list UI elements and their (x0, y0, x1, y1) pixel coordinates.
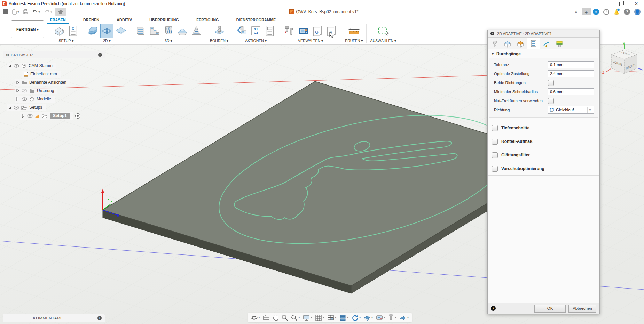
info-icon[interactable]: i (491, 306, 496, 311)
close-button[interactable]: × (629, 0, 644, 8)
ok-button[interactable]: OK (534, 305, 566, 313)
viewports-button[interactable]: ▼ (326, 314, 338, 322)
tool-display-button[interactable]: ▼ (387, 314, 398, 322)
toleranz-input[interactable] (548, 61, 594, 68)
section-rohteil-aufmass[interactable]: Rohteil-Aufmaß (488, 135, 599, 148)
visibility-off-icon[interactable] (22, 89, 27, 93)
job-status-icon[interactable] (603, 9, 609, 15)
add-comment-icon[interactable]: + (97, 316, 102, 320)
machine-display-button[interactable]: ▼ (375, 314, 387, 322)
save-icon[interactable] (22, 8, 30, 15)
post-library-button[interactable]: G (311, 24, 324, 38)
stock-display-button[interactable]: ▼ (363, 314, 375, 322)
group-label-3d[interactable]: 3D ▾ (165, 39, 172, 43)
expanded-arrow-icon[interactable] (8, 64, 11, 67)
comments-bar[interactable]: KOMMENTARE + (3, 314, 105, 322)
tab-dienstprogramme[interactable]: DIENSTPROGRAMME (236, 17, 277, 23)
restore-button[interactable] (613, 0, 629, 8)
collapsed-arrow-icon[interactable] (16, 80, 19, 84)
dialog-header[interactable]: − 2D ADAPTIVE : 2D ADAPTIVE1 (488, 30, 599, 38)
select-button[interactable] (377, 24, 390, 38)
group-label-2d[interactable]: 2D ▾ (103, 39, 111, 43)
swarf-display-button[interactable]: ▼ (398, 314, 410, 322)
look-at-button[interactable] (262, 314, 271, 322)
help-icon[interactable]: ? (624, 9, 630, 15)
zoom-button[interactable] (280, 314, 289, 322)
group-label-aktionen[interactable]: AKTIONEN ▾ (245, 39, 267, 43)
group-label-setup[interactable]: SETUP ▾ (58, 39, 73, 43)
redo-button[interactable]: ▼ (43, 8, 54, 15)
vorschuboptimierung-checkbox[interactable] (492, 166, 498, 172)
fit-button[interactable]: ▼ (290, 314, 301, 322)
orbit-button[interactable]: ▼ (250, 314, 261, 322)
tree-row-setups[interactable]: Setups (3, 103, 107, 112)
postprocess-button[interactable]: G1G2 (250, 24, 262, 38)
tab-fraesen[interactable]: FRÄSEN (49, 17, 66, 23)
tree-row-modelle[interactable]: Modelle (3, 95, 107, 103)
tree-row-ursprung[interactable]: Ursprung (3, 87, 107, 95)
tiefenschnitte-checkbox[interactable] (492, 125, 498, 131)
measure-button[interactable] (348, 24, 360, 38)
tree-row-cam-stamm[interactable]: CAM-Stamm (3, 62, 107, 70)
ai-assistant-icon[interactable]: ✦ (593, 9, 599, 15)
richtung-dropdown[interactable]: Gleichlauf ▼ (548, 106, 594, 114)
tab-geometry[interactable] (501, 39, 514, 49)
simulate-button[interactable] (236, 24, 248, 38)
nut-freiraeumen-checkbox[interactable] (548, 98, 554, 104)
tree-row-benannte-ansichten[interactable]: Benannte Ansichten (3, 78, 107, 87)
group-label-verwalten[interactable]: VERWALTEN ▾ (298, 39, 323, 43)
tab-heights[interactable] (514, 39, 527, 49)
group-label-pruefen[interactable]: PRÜFEN ▾ (345, 39, 363, 43)
undo-button[interactable]: ▼ (31, 8, 42, 15)
notifications-icon[interactable]: 🔔 (613, 9, 620, 15)
refresh-button[interactable]: ▼ (351, 314, 362, 322)
tab-fertigung[interactable]: FERTIGUNG (196, 17, 220, 23)
file-menu-button[interactable]: ▼ (11, 8, 21, 15)
new-tab-button[interactable]: + (582, 8, 591, 15)
2d-pocket-button-selected[interactable] (101, 24, 113, 38)
tab-additiv[interactable]: ADDITIV (116, 17, 133, 23)
3d-pocket-button[interactable] (134, 24, 147, 38)
document-close-icon[interactable]: × (575, 9, 578, 15)
visibility-eye-icon[interactable] (14, 106, 19, 110)
3d-scallop-button[interactable] (176, 24, 189, 38)
app-grid-icon[interactable] (2, 8, 10, 15)
3d-spiral-button[interactable] (190, 24, 203, 38)
viewcube[interactable]: OBEN VORNE RECHTS Y X Z (602, 42, 644, 86)
rohteil-aufmass-checkbox[interactable] (492, 139, 498, 145)
tab-tool[interactable] (488, 39, 501, 49)
minimize-button[interactable] (598, 0, 613, 8)
machine-library-button[interactable] (297, 24, 310, 38)
2d-contour-button[interactable] (115, 24, 127, 38)
2d-adaptive-button[interactable] (87, 24, 99, 38)
tab-linking[interactable] (540, 39, 553, 49)
section-tiefenschnitte[interactable]: Tiefenschnitte (488, 121, 599, 135)
visibility-eye-icon[interactable] (22, 97, 27, 101)
section-vorschuboptimierung[interactable]: Vorschuboptimierung (488, 162, 599, 176)
collapsed-arrow-icon[interactable] (22, 114, 25, 118)
tab-passes[interactable] (527, 38, 540, 49)
workspace-selector[interactable]: FERTIGEN ▾ (11, 20, 44, 38)
schneidradius-input[interactable] (548, 88, 594, 95)
group-label-bohren[interactable]: BOHREN ▾ (210, 39, 228, 43)
visibility-eye-icon[interactable] (27, 114, 33, 118)
browser-header[interactable]: ◀◀ BROWSER − (3, 51, 105, 58)
3d-steps-button[interactable] (148, 24, 161, 38)
activate-setup-icon[interactable] (75, 113, 80, 119)
setup-sheet-button[interactable]: G (67, 24, 79, 38)
tab-drehen[interactable]: DREHEN (83, 17, 100, 23)
user-avatar[interactable]: 👤 (634, 9, 641, 15)
tab-ueberpruefung[interactable]: ÜBERPRÜFUNG (149, 17, 180, 23)
drill-button[interactable] (213, 24, 226, 38)
setup-sheet-action-button[interactable] (264, 24, 276, 38)
zustellung-input[interactable] (548, 70, 594, 77)
glaettungsfilter-checkbox[interactable] (492, 152, 498, 158)
section-expand-icon[interactable]: ▼ (491, 52, 494, 56)
browser-collapse-icon[interactable]: ◀◀ (5, 53, 8, 56)
grid-settings-button[interactable]: ▼ (314, 314, 326, 322)
beide-richtungen-checkbox[interactable] (548, 80, 554, 86)
toolpath-display-button[interactable]: ▼ (338, 314, 350, 322)
display-settings-button[interactable]: ▼ (302, 314, 314, 322)
document-tab[interactable]: QWV_Kurs_Bsp02_ornament v1* × (66, 8, 581, 16)
collapsed-arrow-icon[interactable] (16, 97, 19, 101)
